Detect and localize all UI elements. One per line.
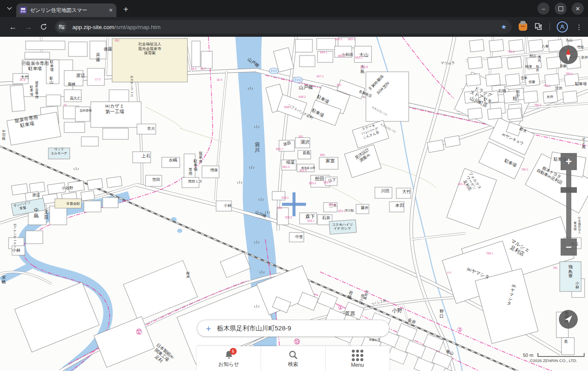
zoom-in-button[interactable]: + [561, 153, 577, 170]
tab-search-button[interactable] [3, 3, 15, 15]
chevron-down-icon [7, 7, 12, 10]
map-label: ⑬ [294, 338, 300, 345]
map-label: 753-1 [543, 84, 551, 87]
map-label: 中里 [295, 235, 303, 239]
map-label: 750-2 [508, 50, 515, 53]
map-label: 森下 [306, 214, 315, 219]
map-label: 稲葉 [286, 160, 295, 165]
new-tab-button[interactable]: + [120, 3, 132, 15]
extension-orange-icon[interactable] [519, 23, 527, 31]
window-close-button[interactable]: ✕ [572, 3, 584, 15]
nav-label-notifications: お知らせ [218, 361, 239, 368]
address-bar[interactable]: app.zip-site.com/smt/app/map.htm ★ [55, 20, 512, 34]
map-label: 駐車場 [50, 60, 54, 72]
map-label: ㈱カザミフーズ [130, 75, 134, 97]
map-label: 清水 [537, 55, 541, 62]
map-label: 648-2 [299, 95, 306, 98]
map-label: 石岡 [498, 89, 506, 93]
map-label: 19 [63, 103, 67, 106]
nav-item-notifications[interactable]: 6 お知らせ [197, 346, 261, 371]
forward-button[interactable]: → [21, 20, 35, 34]
map-label: 石井 [322, 215, 330, 220]
map-label: 653-2 [309, 182, 316, 185]
browser-menu-icon[interactable]: ⋮ [576, 23, 582, 31]
map-label: 755-1 [566, 72, 573, 75]
notification-badge: 6 [230, 348, 237, 355]
map-label: 662-3 [355, 56, 362, 59]
map-label: 766-1 [486, 252, 493, 255]
map-canvas[interactable]: 社会福祉法人龍光会龍泉寺保育園Ⓟ龍泉寺専用駐車場駐車場渡辺後藤斉藤大竹影山廣嶋高… [0, 37, 588, 371]
browser-tab[interactable]: ゼンリン住宅地図スマー ✕ [16, 3, 116, 17]
map-label: マツムラ [441, 61, 455, 65]
compass-control[interactable] [559, 45, 578, 64]
map-label: 家富 [326, 158, 335, 163]
tab-title: ゼンリン住宅地図スマー [30, 7, 106, 14]
grid-icon [352, 350, 363, 361]
map-label: 781 [553, 266, 558, 269]
map-label: 想田 [315, 176, 324, 181]
site-settings-icon[interactable] [56, 22, 67, 32]
zoom-slider-handle[interactable] [561, 187, 577, 193]
map-label: 中島 [34, 207, 39, 219]
nav-item-menu[interactable]: Menu [326, 346, 389, 371]
map-label: 早川 [147, 127, 155, 131]
bookmark-star-icon[interactable]: ★ [501, 23, 507, 31]
map-label: 18-7 [200, 67, 206, 70]
map-label: 栄橋 [1, 275, 6, 284]
map-label: 宮田 [555, 86, 562, 90]
map-label: 755-3 [534, 103, 541, 106]
map-label: そよ風 [582, 137, 585, 149]
map-label: 本田 [395, 203, 404, 208]
map-label: 651 [299, 135, 303, 138]
scale-bar-icon [537, 353, 585, 358]
map-label: 川田 [381, 188, 389, 193]
map-label: 飛鳥寮 [568, 265, 573, 278]
scale-label: 50 m [523, 353, 533, 358]
profile-avatar-icon[interactable] [557, 21, 568, 32]
map-label: 長 [564, 339, 568, 344]
window-minimize-button[interactable]: – [538, 3, 549, 15]
map-label: 惣田 [152, 177, 160, 182]
map-label: 高久仁 [70, 96, 81, 100]
map-label: 小谷野 [61, 186, 73, 190]
map-label: 影山 [50, 76, 53, 84]
map-label: 鶯光園 [574, 221, 577, 231]
map-label: 岡田ミズ [188, 180, 202, 183]
map-label: 吉田英明 [80, 109, 92, 112]
map-label: 663-2 [335, 38, 342, 41]
map-label: 663-1 [348, 38, 355, 41]
map-label: 新井 [581, 56, 588, 59]
map-label: 田中 [516, 90, 520, 98]
reload-button[interactable] [37, 20, 50, 34]
map-label: 渡辺 [76, 73, 85, 78]
map-label: 648-1 [284, 106, 291, 109]
map-label: 渡辺 [32, 193, 40, 197]
address-search-bar[interactable]: ＋ 栃木県足利市山川町528-9 [197, 320, 389, 337]
map-label: 柏瀬 [525, 65, 532, 68]
map-label: 宮本 [521, 76, 528, 80]
map-label: 大竹 [402, 189, 411, 194]
back-button[interactable]: ← [6, 20, 20, 34]
map-label: 662-2 [338, 54, 345, 57]
url-domain: app.zip-site.com [72, 24, 114, 30]
map-label: 777 [447, 271, 451, 274]
map-label: 小林 [575, 281, 579, 289]
nav-item-search[interactable]: 検索 [261, 346, 325, 371]
search-icon [288, 350, 298, 360]
map-label: 17-2 [95, 78, 101, 81]
map-label: 小野 [392, 307, 402, 313]
zoom-out-button[interactable]: − [561, 238, 577, 256]
add-location-icon: ＋ [204, 324, 213, 333]
map-label: 650-7 [276, 147, 283, 150]
tab-close-icon[interactable]: ✕ [109, 7, 113, 13]
restore-icon [558, 6, 563, 11]
map-label: 653-4 [324, 181, 331, 184]
current-location-button[interactable] [559, 310, 578, 329]
window-maximize-button[interactable] [555, 3, 567, 15]
map-scale: 50 m [523, 351, 585, 359]
zoom-slider-track[interactable] [566, 170, 571, 238]
bottom-navigation: 6 お知らせ 検索 Menu [197, 346, 389, 371]
extensions-puzzle-icon[interactable] [535, 23, 542, 31]
map-label: 駐車場 [575, 82, 587, 86]
map-label: 専用 [189, 168, 193, 176]
